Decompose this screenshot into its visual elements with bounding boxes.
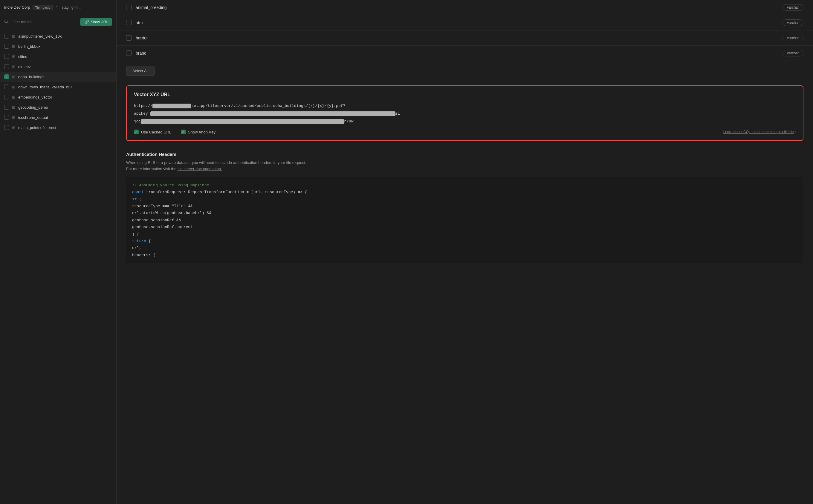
column-row: barriervarchar [116, 30, 813, 46]
column-name: animal_breeding [136, 5, 778, 10]
table-item[interactable]: ⊞aisinputfiltered_view_10k [0, 31, 116, 41]
column-name: atm [136, 20, 778, 25]
table-grid-icon: ⊞ [12, 75, 15, 79]
table-name-label: aisinputfiltered_view_10k [18, 34, 62, 39]
url-redacted-join [141, 119, 344, 124]
table-grid-icon: ⊞ [12, 95, 15, 99]
column-name: barrier [136, 36, 778, 40]
url-redacted-host [152, 104, 191, 108]
svg-line-1 [7, 22, 8, 24]
table-grid-icon: ⊞ [12, 85, 15, 89]
table-checkbox[interactable] [4, 54, 9, 59]
table-item[interactable]: ⊞malta_pointsofinterest [0, 122, 116, 133]
link-icon: 🔗 [84, 20, 89, 24]
url-line-1: https:// se.app/tileserver/v1/cached/pub… [134, 103, 796, 109]
table-checkbox[interactable] [4, 44, 9, 49]
search-input[interactable] [11, 20, 77, 24]
table-name-label: isochrone_output [18, 115, 48, 120]
url-line-3: joi hY8w [134, 118, 796, 125]
show-url-button[interactable]: 🔗 Show URL [80, 18, 112, 26]
table-name-label: doha_buildings [18, 75, 44, 79]
table-grid-icon: ⊞ [12, 115, 15, 120]
chevron-icon: ⌃ [55, 5, 58, 10]
table-grid-icon: ⊞ [12, 64, 15, 69]
code-line-10: headers: { [132, 252, 797, 259]
column-row: brandvarchar [116, 46, 813, 61]
table-item[interactable]: ⊞dk_eez [0, 62, 116, 72]
auth-desc: When using RLS or a private dataset, you… [126, 160, 803, 172]
table-checkbox[interactable] [4, 95, 9, 99]
use-cached-label[interactable]: ✓ Use Cached URL [134, 130, 171, 134]
column-checkbox[interactable] [126, 20, 131, 25]
code-line-6: geobase.sessionRef.current [132, 224, 797, 231]
main-content: animal_breedingvarcharatmvarcharbarrierv… [116, 0, 813, 504]
column-checkbox[interactable] [126, 5, 131, 10]
sidebar-search-bar: 🔗 Show URL [0, 15, 116, 29]
use-cached-checkbox[interactable]: ✓ [134, 130, 139, 134]
table-checkbox[interactable] [4, 105, 9, 110]
code-line-5: geobase.sessionRef && [132, 217, 797, 224]
table-grid-icon: ⊞ [12, 125, 15, 130]
show-anon-checkbox[interactable]: ✓ [181, 130, 185, 134]
org-name: Indie Dev Corp [4, 5, 30, 10]
table-checkbox[interactable] [4, 64, 9, 69]
table-grid-icon: ⊞ [12, 34, 15, 39]
table-name-label: down_town_malta_valletta_buil... [18, 85, 76, 89]
code-line-9: url, [132, 245, 797, 251]
code-line-3: resourceType === "Tile" && [132, 203, 797, 210]
sidebar-header: Indie Dev Corp Tier_basic ⌃ staging-m... [0, 0, 116, 15]
url-display: https:// se.app/tileserver/v1/cached/pub… [134, 103, 796, 125]
url-line-2: apikey= zI [134, 110, 796, 117]
xyz-section: Vector XYZ URL https:// se.app/tileserve… [126, 85, 803, 141]
column-row: atmvarchar [116, 15, 813, 30]
table-grid-icon: ⊞ [12, 54, 15, 59]
table-item[interactable]: ⊞berlin_bbbox [0, 41, 116, 51]
auth-section: Authentication Headers When using RLS or… [116, 146, 813, 269]
table-name-label: malta_pointsofinterest [18, 125, 56, 130]
table-item[interactable]: ⊞geocoding_demo [0, 102, 116, 112]
code-line-comment: // Assuming you're using Maplibre [132, 182, 797, 189]
column-type-badge: varchar [783, 50, 803, 56]
tier-badge: Tier_basic [33, 5, 53, 10]
table-item[interactable]: ⊞isochrone_output [0, 112, 116, 122]
column-row: animal_breedingvarchar [116, 0, 813, 15]
column-type-badge: varchar [783, 35, 803, 41]
column-name: brand [136, 51, 778, 56]
table-item[interactable]: ⊞embeddings_vector [0, 92, 116, 102]
table-checkbox[interactable] [4, 34, 9, 39]
code-line-8: return { [132, 238, 797, 245]
search-icon [4, 19, 8, 24]
table-item[interactable]: ⊞cities [0, 51, 116, 62]
code-line-2: if ( [132, 196, 797, 203]
select-all-button[interactable]: Select All [126, 66, 154, 76]
table-name-label: geocoding_demo [18, 105, 48, 110]
show-anon-label[interactable]: ✓ Show Anon Key [181, 130, 216, 134]
column-list: animal_breedingvarcharatmvarcharbarrierv… [116, 0, 813, 61]
table-name-label: dk_eez [18, 64, 31, 69]
table-checkbox[interactable] [4, 115, 9, 120]
table-grid-icon: ⊞ [12, 44, 15, 49]
xyz-title: Vector XYZ URL [134, 92, 796, 97]
code-block: // Assuming you're using Maplibre const … [126, 177, 803, 263]
table-name-label: berlin_bbbox [18, 44, 40, 49]
cql-link[interactable]: Learn about CQL to do more complex filte… [723, 130, 796, 134]
column-checkbox[interactable] [126, 35, 131, 41]
column-checkbox[interactable] [126, 50, 131, 56]
code-line-4: url.startsWith(geobase.baseUrl) && [132, 210, 797, 216]
url-redacted-apikey [150, 111, 395, 116]
table-checkbox[interactable] [4, 125, 9, 130]
auth-title: Authentication Headers [126, 152, 803, 157]
tile-server-docs-link[interactable]: tile server documentation. [177, 167, 222, 171]
table-checkbox[interactable] [4, 84, 9, 89]
table-checkbox[interactable]: ✓ [4, 74, 9, 79]
xyz-options: ✓ Use Cached URL ✓ Show Anon Key Learn a… [134, 130, 796, 134]
table-item[interactable]: ✓⊞doha_buildings [0, 72, 116, 82]
staging-badge: staging-m... [62, 5, 81, 10]
code-line-1: const transformRequest: RequestTransform… [132, 189, 797, 196]
table-item[interactable]: ⊞down_town_malta_valletta_buil... [0, 82, 116, 92]
table-name-label: cities [18, 54, 27, 59]
column-type-badge: varchar [783, 4, 803, 11]
table-list: ⊞aisinputfiltered_view_10k⊞berlin_bbbox⊞… [0, 29, 116, 504]
column-type-badge: varchar [783, 19, 803, 26]
table-name-label: embeddings_vector [18, 95, 52, 99]
